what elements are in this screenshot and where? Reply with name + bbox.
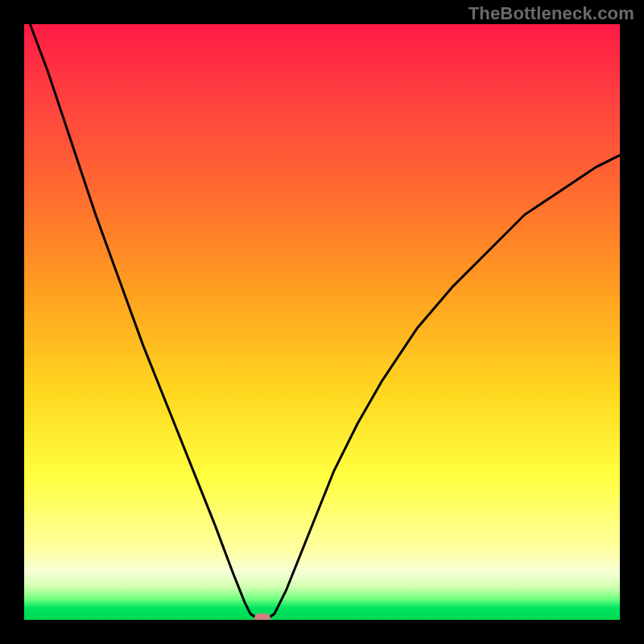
optimum-marker bbox=[254, 613, 270, 620]
watermark-text: TheBottleneck.com bbox=[469, 3, 634, 24]
bottleneck-curve bbox=[24, 24, 620, 620]
plot-area bbox=[24, 24, 620, 620]
